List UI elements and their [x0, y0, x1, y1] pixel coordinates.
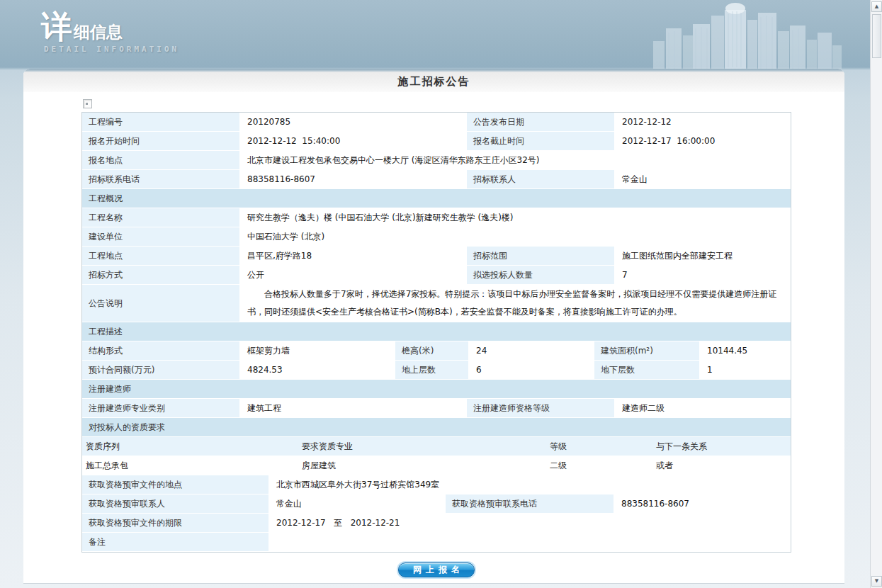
field-label: 获取资格预审联系人 [82, 494, 268, 513]
section-title: 对投标人的资质要求 [82, 418, 791, 436]
field-label: 招标联系人 [467, 170, 614, 188]
table-row: 工程名称 研究生教学（逸夫）楼 (中国石油大学 (北京)新建研究生教学 (逸夫)… [82, 208, 791, 227]
broken-image-placeholder [83, 99, 92, 108]
field-value: 2012-12-17 至 2012-12-21 [268, 514, 791, 532]
field-value: 建筑工程 [239, 399, 467, 417]
page-title: 施工招标公告 [398, 69, 470, 89]
field-value: 框架剪力墙 [239, 341, 395, 360]
title-bar: 施工招标公告 [23, 69, 844, 92]
table-row: 注册建造师专业类别 建筑工程 注册建造师资格等级 建造师二级 [82, 399, 791, 418]
field-value: 常金山 [614, 170, 791, 188]
field-label: 报名开始时间 [82, 132, 239, 150]
field-label: 获取资格预审文件的期限 [82, 514, 268, 532]
table-row: 备注 [82, 533, 791, 552]
table-cell: 或者 [652, 456, 791, 475]
section-header-qualification: 对投标人的资质要求 [82, 418, 791, 437]
table-cell: 施工总承包 [82, 456, 298, 475]
field-label: 工程地点 [82, 247, 239, 265]
field-label: 注册建造师专业类别 [82, 399, 239, 417]
field-value: 公开 [239, 266, 467, 284]
field-value: 2012-12-12 15:40:00 [239, 132, 467, 150]
table-row: 结构形式 框架剪力墙 檐高(米) 24 建筑面积(m²) 10144.45 [82, 341, 791, 361]
field-label: 注册建造师资格等级 [467, 399, 614, 417]
field-label: 报名截止时间 [467, 132, 614, 150]
field-value: 昌平区,府学路18 [239, 247, 467, 265]
field-value: 6 [468, 361, 594, 379]
table-row: 工程编号 20120785 公告发布日期 2012-12-12 [82, 113, 791, 132]
field-label: 工程编号 [82, 113, 239, 131]
column-header: 资质序列 [82, 437, 298, 456]
field-label: 备注 [82, 533, 268, 551]
table-row: 预计合同额(万元) 4824.53 地上层数 6 地下层数 1 [82, 361, 791, 380]
field-label: 檐高(米) [395, 341, 468, 360]
scroll-down-icon[interactable]: ▼ [871, 576, 882, 587]
table-row: 获取资格预审文件的地点 北京市西城区阜外大街37号过桥宾馆349室 [82, 475, 791, 494]
action-area: 网上报名 [81, 562, 791, 577]
section-header-overview: 工程概况 [82, 189, 791, 208]
field-label: 地下层数 [594, 361, 699, 379]
field-label: 报名地点 [82, 151, 239, 169]
table-cell: 二级 [546, 456, 652, 475]
section-title: 注册建造师 [82, 380, 791, 398]
site-logo: 详细信息 DETAIL INFORMATION [41, 11, 179, 54]
field-label: 拟选投标人数量 [467, 266, 614, 284]
field-label: 招标联系电话 [82, 170, 239, 188]
online-signup-button[interactable]: 网上报名 [398, 562, 475, 577]
column-header: 等级 [546, 437, 652, 456]
field-label: 公告发布日期 [467, 113, 614, 131]
field-label: 招标方式 [82, 266, 239, 284]
scrollbar-thumb[interactable] [872, 14, 881, 58]
table-row: 建设单位 中国石油大学 (北京) [82, 227, 791, 247]
page-banner: 详细信息 DETAIL INFORMATION [0, 0, 882, 69]
field-label: 工程名称 [82, 208, 239, 227]
field-label: 建筑面积(m²) [594, 341, 699, 360]
qualification-header-row: 资质序列 要求资质专业 等级 与下一条关系 [82, 437, 791, 456]
field-value: 施工图纸范围内全部建安工程 [614, 247, 791, 265]
field-value: 北京市西城区阜外大街37号过桥宾馆349室 [268, 475, 791, 494]
table-row: 获取资格预审联系人 常金山 获取资格预审联系电话 88358116-8607 [82, 494, 791, 514]
field-value: 20120785 [239, 113, 467, 131]
qualification-data-row: 施工总承包 房屋建筑 二级 或者 [82, 456, 791, 475]
table-row: 招标联系电话 88358116-8607 招标联系人 常金山 [82, 170, 791, 189]
field-value: 研究生教学（逸夫）楼 (中国石油大学 (北京)新建研究生教学 (逸夫)楼) [239, 208, 791, 227]
column-header: 与下一条关系 [652, 437, 791, 456]
field-label: 获取资格预审联系电话 [446, 494, 614, 513]
field-value: 常金山 [268, 494, 446, 513]
scroll-up-icon[interactable]: ▲ [871, 1, 882, 12]
field-label: 建设单位 [82, 227, 239, 246]
logo-sub-text: 细信息 [74, 23, 123, 41]
table-row-notice: 公告说明 合格投标人数量多于7家时，择优选择7家投标。特别提示：该项目中标后办理… [82, 285, 791, 322]
field-value: 2012-12-12 [614, 113, 791, 131]
table-row: 工程地点 昌平区,府学路18 招标范围 施工图纸范围内全部建安工程 [82, 247, 791, 266]
field-label: 公告说明 [82, 285, 239, 322]
field-label: 获取资格预审文件的地点 [82, 475, 268, 494]
section-title: 工程描述 [82, 322, 791, 341]
column-header: 要求资质专业 [298, 437, 546, 456]
field-value: 合格投标人数量多于7家时，择优选择7家投标。特别提示：该项目中标后办理安全监督备… [239, 285, 791, 322]
section-header-builder: 注册建造师 [82, 380, 791, 399]
content-panel: 施工招标公告 工程编号 20120785 公告发布日期 2012-12-12 报… [23, 69, 844, 584]
field-value: 4824.53 [239, 361, 395, 379]
field-label: 预计合同额(万元) [82, 361, 239, 379]
section-title: 工程概况 [82, 189, 791, 208]
field-value: 24 [468, 341, 594, 360]
field-value: 10144.45 [699, 341, 791, 360]
table-cell: 房屋建筑 [298, 456, 546, 475]
field-label: 地上层数 [395, 361, 468, 379]
table-row: 报名地点 北京市建设工程发包承包交易中心一楼大厅 (海淀区清华东路东王庄小区32… [82, 151, 791, 170]
cityscape-graphic [652, 0, 843, 69]
field-value: 北京市建设工程发包承包交易中心一楼大厅 (海淀区清华东路东王庄小区32号) [239, 151, 791, 169]
field-label: 结构形式 [82, 341, 239, 360]
field-value: 88358116-8607 [239, 170, 467, 188]
section-header-description: 工程描述 [82, 322, 791, 341]
field-value: 中国石油大学 (北京) [239, 227, 791, 246]
field-value: 7 [614, 266, 791, 284]
logo-main-char: 详 [41, 9, 72, 45]
table-row: 报名开始时间 2012-12-12 15:40:00 报名截止时间 2012-1… [82, 132, 791, 151]
vertical-scrollbar[interactable]: ▲ ▼ [870, 0, 882, 588]
table-row: 获取资格预审文件的期限 2012-12-17 至 2012-12-21 [82, 514, 791, 533]
field-value: 1 [699, 361, 791, 379]
table-row: 招标方式 公开 拟选投标人数量 7 [82, 266, 791, 285]
announcement-table: 工程编号 20120785 公告发布日期 2012-12-12 报名开始时间 2… [81, 112, 791, 553]
field-value: 建造师二级 [614, 399, 791, 417]
